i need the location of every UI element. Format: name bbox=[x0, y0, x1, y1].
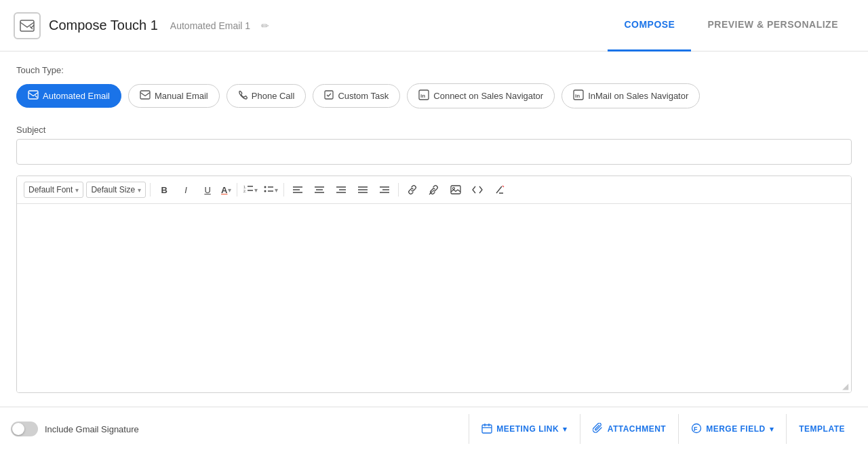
ordered-list-dropdown[interactable]: 1. 2. ▾ bbox=[241, 184, 259, 197]
code-button[interactable] bbox=[468, 180, 487, 199]
svg-text:in: in bbox=[420, 93, 425, 99]
touch-btn-phone-call[interactable]: Phone Call bbox=[226, 84, 307, 108]
header: Compose Touch 1 Automated Email 1 ✏ COMP… bbox=[0, 0, 868, 52]
tab-preview[interactable]: PREVIEW & PERSONALIZE bbox=[691, 0, 854, 52]
svg-text:f: f bbox=[694, 426, 698, 432]
subject-input[interactable] bbox=[16, 139, 852, 165]
underline-button[interactable]: U bbox=[198, 180, 217, 199]
font-family-label: Default Font bbox=[28, 185, 73, 194]
footer: Include Gmail Signature MEETING LINK ▾ A… bbox=[0, 407, 868, 451]
svg-point-33 bbox=[453, 188, 455, 190]
header-left: Compose Touch 1 Automated Email 1 ✏ bbox=[14, 12, 608, 39]
meeting-link-label: MEETING LINK bbox=[496, 424, 559, 434]
svg-rect-1 bbox=[28, 91, 38, 99]
toggle-thumb bbox=[12, 423, 24, 435]
phone-call-label: Phone Call bbox=[252, 91, 295, 101]
bold-button[interactable]: B bbox=[155, 180, 174, 199]
editor-body[interactable] bbox=[17, 204, 851, 380]
ordered-list-icon: 1. 2. bbox=[243, 184, 254, 197]
header-subtitle: Automated Email 1 bbox=[170, 20, 250, 31]
touch-btn-custom-task[interactable]: Custom Task bbox=[313, 84, 400, 108]
merge-field-arrow: ▾ bbox=[770, 425, 774, 434]
custom-task-label: Custom Task bbox=[338, 91, 389, 101]
clear-format-button[interactable] bbox=[490, 180, 509, 199]
touch-btn-connect-sales-nav[interactable]: in Connect on Sales Navigator bbox=[407, 83, 555, 108]
manual-email-icon bbox=[140, 90, 151, 102]
phone-icon bbox=[238, 90, 248, 102]
toolbar-divider-3 bbox=[283, 183, 284, 197]
attachment-button[interactable]: ATTACHMENT bbox=[580, 414, 679, 444]
toolbar-divider-1 bbox=[150, 183, 151, 197]
compose-icon bbox=[14, 12, 41, 39]
toolbar-divider-2 bbox=[237, 183, 237, 197]
subject-label: Subject bbox=[16, 125, 852, 135]
attachment-icon bbox=[593, 423, 604, 436]
automated-email-icon bbox=[28, 90, 39, 102]
merge-field-label: MERGE FIELD bbox=[706, 424, 766, 434]
template-label: TEMPLATE bbox=[799, 424, 845, 434]
linkedin-connect-icon: in bbox=[418, 89, 429, 102]
meeting-link-button[interactable]: MEETING LINK ▾ bbox=[469, 414, 580, 444]
link-button[interactable] bbox=[403, 180, 422, 199]
align-center-button[interactable] bbox=[310, 180, 329, 199]
indent-right-button[interactable] bbox=[375, 180, 394, 199]
touch-btn-automated-email[interactable]: Automated Email bbox=[16, 84, 121, 108]
toggle-wrapper: Include Gmail Signature bbox=[11, 422, 469, 436]
resize-handle[interactable]: ◢ bbox=[17, 380, 851, 392]
svg-rect-3 bbox=[325, 91, 333, 99]
gmail-signature-toggle[interactable] bbox=[11, 422, 38, 436]
font-color-icon: A bbox=[221, 185, 227, 195]
font-size-label: Default Size bbox=[91, 185, 135, 194]
editor-wrapper: Default Font ▾ Default Size ▾ B I U A ▾ bbox=[16, 176, 852, 393]
svg-rect-32 bbox=[451, 186, 460, 194]
svg-rect-35 bbox=[482, 425, 492, 433]
svg-text:2.: 2. bbox=[243, 189, 246, 193]
meeting-link-icon bbox=[481, 423, 492, 436]
justify-button[interactable] bbox=[353, 180, 372, 199]
connect-sales-nav-label: Connect on Sales Navigator bbox=[433, 91, 543, 101]
meeting-link-arrow: ▾ bbox=[563, 425, 568, 434]
touch-btn-inmail-sales-nav[interactable]: in InMail on Sales Navigator bbox=[561, 83, 700, 108]
linkedin-inmail-icon: in bbox=[573, 89, 584, 102]
font-family-arrow: ▾ bbox=[75, 186, 79, 194]
font-family-select[interactable]: Default Font ▾ bbox=[24, 182, 83, 198]
image-button[interactable] bbox=[446, 180, 465, 199]
align-right-button[interactable] bbox=[332, 180, 351, 199]
font-color-dropdown[interactable]: A ▾ bbox=[220, 185, 233, 195]
manual-email-label: Manual Email bbox=[155, 91, 208, 101]
touch-type-label: Touch Type: bbox=[16, 65, 852, 75]
unlink-button[interactable] bbox=[425, 180, 443, 199]
svg-line-34 bbox=[502, 186, 504, 187]
editor-toolbar: Default Font ▾ Default Size ▾ B I U A ▾ bbox=[17, 176, 851, 204]
svg-rect-0 bbox=[20, 20, 34, 31]
toolbar-divider-4 bbox=[398, 183, 399, 197]
template-button[interactable]: TEMPLATE bbox=[786, 414, 857, 444]
svg-point-14 bbox=[264, 190, 267, 192]
merge-field-icon: f bbox=[691, 423, 702, 436]
svg-rect-2 bbox=[140, 91, 150, 99]
svg-point-12 bbox=[264, 186, 267, 188]
ordered-list-arrow: ▾ bbox=[254, 186, 258, 194]
attachment-label: ATTACHMENT bbox=[608, 424, 667, 434]
unordered-list-dropdown[interactable]: ▾ bbox=[262, 184, 279, 197]
touch-types-group: Automated Email Manual Email Phone Call bbox=[16, 83, 852, 108]
automated-email-label: Automated Email bbox=[43, 91, 110, 101]
align-left-button[interactable] bbox=[288, 180, 307, 199]
custom-task-icon bbox=[324, 90, 334, 102]
touch-btn-manual-email[interactable]: Manual Email bbox=[128, 84, 220, 108]
svg-text:in: in bbox=[575, 93, 580, 99]
header-nav: COMPOSE PREVIEW & PERSONALIZE bbox=[608, 0, 854, 51]
unordered-list-icon bbox=[263, 184, 274, 197]
font-color-arrow: ▾ bbox=[228, 186, 231, 194]
inmail-sales-nav-label: InMail on Sales Navigator bbox=[588, 91, 688, 101]
tab-compose[interactable]: COMPOSE bbox=[608, 0, 691, 52]
gmail-signature-label: Include Gmail Signature bbox=[45, 424, 139, 434]
footer-actions: MEETING LINK ▾ ATTACHMENT f MERGE FIELD … bbox=[469, 414, 857, 444]
font-size-arrow: ▾ bbox=[138, 186, 141, 194]
italic-button[interactable]: I bbox=[176, 180, 195, 199]
merge-field-button[interactable]: f MERGE FIELD ▾ bbox=[678, 414, 786, 444]
unordered-list-arrow: ▾ bbox=[275, 186, 278, 194]
font-size-select[interactable]: Default Size ▾ bbox=[86, 182, 146, 198]
edit-icon[interactable]: ✏ bbox=[261, 20, 269, 31]
page-title: Compose Touch 1 bbox=[49, 18, 158, 33]
